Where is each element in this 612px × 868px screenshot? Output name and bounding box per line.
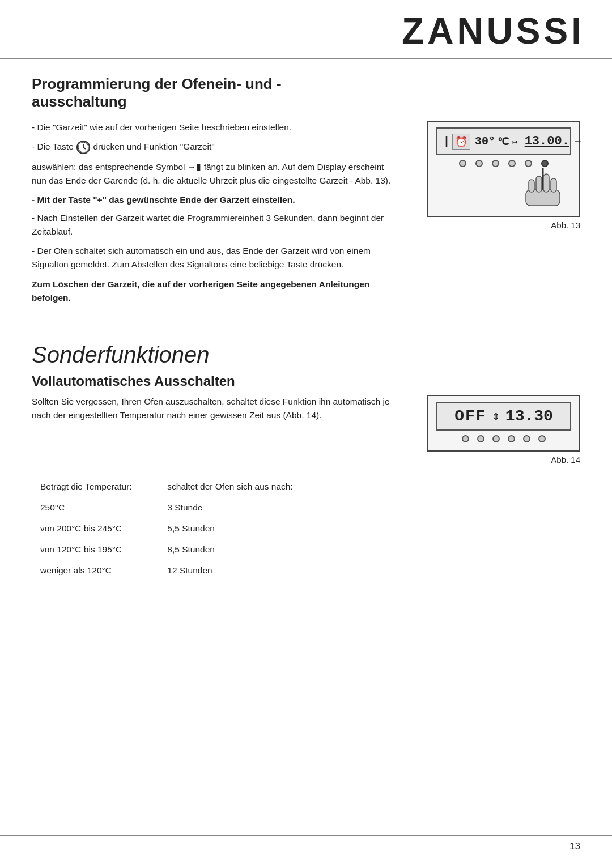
display-off: OFF xyxy=(454,407,486,425)
display-arrow-h: ↦ xyxy=(512,136,518,147)
svg-line-3 xyxy=(83,147,86,149)
main-content: Programmierung der Ofenein- und -ausscha… xyxy=(0,59,612,597)
table-row: 250°C 3 Stunde xyxy=(32,497,326,518)
dot14-3 xyxy=(492,435,500,442)
table-row: weniger als 120°C 12 Stunden xyxy=(32,560,326,581)
section1-para5: - Der Ofen schaltet sich automatisch ein… xyxy=(32,244,398,271)
svg-rect-6 xyxy=(529,180,534,192)
section1-text: - Die "Garzeit" wie auf der vorherigen S… xyxy=(32,121,398,309)
table-row2-col1: von 200°C bis 245°C xyxy=(32,518,159,539)
dot14-6 xyxy=(538,435,546,442)
section2-text: Sollten Sie vergessen, Ihren Ofen auszus… xyxy=(32,395,398,465)
display-thermometer: ℃ xyxy=(498,135,509,148)
display-temp: 30° xyxy=(475,135,495,148)
dot14-5 xyxy=(523,435,530,442)
display-pipe14: ⇕ xyxy=(492,409,500,424)
display-icon-segment: ⏰ xyxy=(452,134,470,150)
abb13-label: Abb. 13 xyxy=(416,220,580,230)
section1-image: | ⏰ 30° ℃ ↦ 13.00. → xyxy=(416,121,580,309)
table-row3-col1: von 120°C bis 195°C xyxy=(32,539,159,560)
display-time-13: 13.00. xyxy=(521,133,573,150)
bottom-divider xyxy=(0,835,612,836)
zanussi-logo: ZANUSSI xyxy=(402,10,585,52)
display-dots-14 xyxy=(436,435,571,442)
pipe-char: | xyxy=(443,135,450,148)
dot14-2 xyxy=(477,435,484,442)
table-row: von 120°C bis 195°C 8,5 Stunden xyxy=(32,539,326,560)
table-row4-col2: 12 Stunden xyxy=(159,560,326,581)
spacer1 xyxy=(32,320,580,337)
section1-para3: auswählen; das entsprechende Symbol →▮ f… xyxy=(32,160,398,188)
section1-para2: - Die Taste drücken und Funktion "Garzei… xyxy=(32,140,398,155)
display-arrow-right: → xyxy=(575,137,581,147)
display-abb14: OFF ⇕ 13.30 xyxy=(427,395,580,452)
display-screen-13: | ⏰ 30° ℃ ↦ 13.00. → xyxy=(436,127,571,155)
section2-para1: Sollten Sie vergessen, Ihren Ofen auszus… xyxy=(32,395,398,422)
section1-bold2: Zum Löschen der Garzeit, die auf der vor… xyxy=(32,278,398,305)
section2-layout: Sollten Sie vergessen, Ihren Ofen auszus… xyxy=(32,395,580,465)
table-col1-header: Beträgt die Temperatur: xyxy=(32,476,159,497)
display-screen-row: | ⏰ 30° ℃ ↦ 13.00. → xyxy=(443,133,581,150)
table-row1-col1: 250°C xyxy=(32,497,159,518)
display-time14: 13.30 xyxy=(505,407,553,425)
hand-pointer-area xyxy=(436,163,560,208)
table-header-row: Beträgt die Temperatur: schaltet der Ofe… xyxy=(32,476,326,497)
abb14-label: Abb. 14 xyxy=(416,455,580,465)
table-row4-col1: weniger als 120°C xyxy=(32,560,159,581)
sonderfunktionen-title: Sonderfunktionen xyxy=(32,342,580,368)
table-row3-col2: 8,5 Stunden xyxy=(159,539,326,560)
vollautomatisch-title: Vollautomatisches Ausschalten xyxy=(32,373,580,389)
display-screen-14: OFF ⇕ 13.30 xyxy=(436,402,571,431)
svg-rect-8 xyxy=(543,174,549,192)
section1-para1: - Die "Garzeit" wie auf der vorherigen S… xyxy=(32,121,398,134)
section1-title: Programmierung der Ofenein- und -ausscha… xyxy=(32,75,580,110)
section1-layout: - Die "Garzeit" wie auf der vorherigen S… xyxy=(32,121,580,309)
section2-image: OFF ⇕ 13.30 Abb. 14 xyxy=(416,395,580,465)
page-number: 13 xyxy=(570,841,580,852)
hand-pointer-icon xyxy=(509,163,560,208)
display-abb13: | ⏰ 30° ℃ ↦ 13.00. → xyxy=(427,121,580,217)
table-row2-col2: 5,5 Stunden xyxy=(159,518,326,539)
section1-bold1: - Mit der Taste "+" das gewünschte Ende … xyxy=(32,193,398,207)
table-row1-col2: 3 Stunde xyxy=(159,497,326,518)
page-header: ZANUSSI xyxy=(0,0,612,59)
svg-rect-9 xyxy=(551,178,556,192)
section1-para4: - Nach Einstellen der Garzeit wartet die… xyxy=(32,211,398,239)
temperature-table: Beträgt die Temperatur: schaltet der Ofe… xyxy=(32,476,326,581)
dot14-4 xyxy=(508,435,515,442)
table-row: von 200°C bis 245°C 5,5 Stunden xyxy=(32,518,326,539)
dot14-1 xyxy=(462,435,469,442)
svg-rect-7 xyxy=(536,176,542,192)
clock-button-icon xyxy=(76,140,91,155)
table-col2-header: schaltet der Ofen sich aus nach: xyxy=(159,476,326,497)
